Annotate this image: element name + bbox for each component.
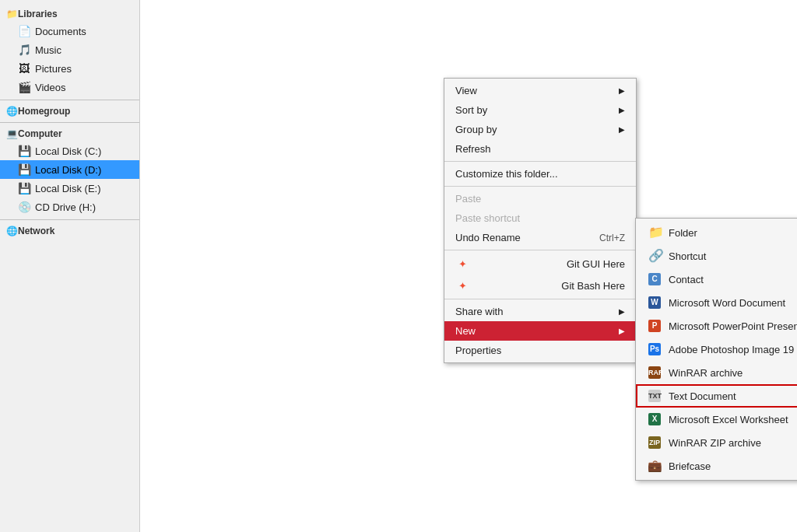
submenu-item-excel[interactable]: X Microsoft Excel Worksheet: [636, 408, 797, 431]
submenu-item-briefcase[interactable]: 💼 Briefcase: [636, 454, 797, 478]
menu-item-view[interactable]: View ▶: [444, 81, 636, 100]
folder-icon: 📁: [647, 225, 662, 240]
sidebar-item-disk-e[interactable]: 💾 Local Disk (E:): [0, 179, 139, 198]
menu-item-git-gui[interactable]: ✦ Git GUI Here: [444, 253, 636, 275]
context-menu: View ▶ Sort by ▶ Group by ▶ Refresh Cust…: [444, 78, 637, 363]
git-gui-icon: ✦: [455, 257, 469, 271]
sidebar-item-videos[interactable]: 🎬 Videos: [0, 78, 139, 96]
separator-2: [444, 186, 636, 187]
separator-1: [444, 161, 636, 162]
git-bash-icon: ✦: [455, 278, 469, 292]
zip-icon: ZIP: [647, 435, 662, 450]
menu-item-new[interactable]: New ▶: [444, 321, 636, 341]
excel-icon: X: [647, 411, 662, 427]
undo-shortcut: Ctrl+Z: [599, 233, 625, 243]
cd-icon: 💿: [17, 200, 31, 214]
homegroup-icon: 🌐: [6, 106, 18, 117]
disk-e-icon: 💾: [17, 181, 31, 195]
videos-icon: 🎬: [17, 80, 31, 94]
documents-icon: 📄: [17, 24, 31, 38]
separator-3: [444, 250, 636, 250]
menu-item-sort-by[interactable]: Sort by ▶: [444, 100, 636, 120]
submenu-item-ppt[interactable]: P Microsoft PowerPoint Presentation: [636, 314, 797, 338]
disk-c-icon: 💾: [17, 144, 31, 158]
sidebar-section-libraries: 📁 Libraries 📄 Documents 🎵 Music 🖼 Pictur…: [0, 6, 139, 96]
submenu-item-txt[interactable]: TXT Text Document: [636, 384, 797, 408]
menu-item-paste-shortcut: Paste shortcut: [444, 208, 636, 228]
menu-item-refresh[interactable]: Refresh: [444, 139, 636, 159]
arrow-icon-sort: ▶: [619, 106, 625, 114]
sidebar-item-pictures[interactable]: 🖼 Pictures: [0, 59, 139, 78]
sidebar-item-music[interactable]: 🎵 Music: [0, 40, 139, 59]
sidebar-item-disk-c[interactable]: 💾 Local Disk (C:): [0, 142, 139, 160]
libraries-icon: 📁: [6, 9, 18, 19]
submenu-item-contact[interactable]: C Contact: [636, 268, 797, 291]
briefcase-icon: 💼: [647, 458, 662, 474]
sidebar-header-libraries[interactable]: 📁 Libraries: [0, 6, 139, 22]
menu-item-git-bash[interactable]: ✦ Git Bash Here: [444, 275, 636, 296]
menu-item-properties[interactable]: Properties: [444, 341, 636, 360]
photoshop-icon: Ps: [647, 341, 662, 357]
arrow-icon-new: ▶: [619, 327, 625, 335]
pictures-icon: 🖼: [17, 61, 31, 75]
submenu-new: 📁 Folder 🔗 Shortcut C Contact W Microsof…: [635, 218, 797, 481]
sidebar-section-computer: 💻 Computer 💾 Local Disk (C:) 💾 Local Dis…: [0, 126, 139, 216]
sidebar-header-homegroup[interactable]: 🌐 Homegroup: [0, 103, 139, 119]
menu-item-customize[interactable]: Customize this folder...: [444, 164, 636, 184]
arrow-icon-share: ▶: [619, 307, 625, 316]
submenu-item-photoshop[interactable]: Ps Adobe Photoshop Image 19: [636, 338, 797, 361]
computer-icon: 💻: [6, 128, 18, 139]
submenu-item-word[interactable]: W Microsoft Word Document: [636, 291, 797, 314]
sidebar-section-homegroup: 🌐 Homegroup: [0, 103, 139, 119]
main-area: View ▶ Sort by ▶ Group by ▶ Refresh Cust…: [140, 0, 797, 532]
sidebar-section-network: 🌐 Network: [0, 223, 139, 239]
rar-icon: RAR: [647, 365, 662, 380]
disk-d-icon: 💾: [17, 163, 31, 177]
contact-icon: C: [647, 271, 662, 287]
sidebar: 📁 Libraries 📄 Documents 🎵 Music 🖼 Pictur…: [0, 0, 140, 532]
music-icon: 🎵: [17, 43, 31, 57]
sidebar-item-disk-d[interactable]: 💾 Local Disk (D:): [0, 160, 139, 179]
submenu-item-shortcut[interactable]: 🔗 Shortcut: [636, 244, 797, 268]
ppt-icon: P: [647, 318, 662, 334]
submenu-item-folder[interactable]: 📁 Folder: [636, 221, 797, 244]
network-icon: 🌐: [6, 226, 18, 236]
menu-item-paste: Paste: [444, 189, 636, 208]
submenu-item-rar[interactable]: RAR WinRAR archive: [636, 361, 797, 384]
menu-item-share-with[interactable]: Share with ▶: [444, 302, 636, 321]
word-icon: W: [647, 295, 662, 310]
menu-item-undo-rename[interactable]: Undo Rename Ctrl+Z: [444, 228, 636, 247]
arrow-icon-group: ▶: [619, 125, 625, 134]
sidebar-header-computer[interactable]: 💻 Computer: [0, 126, 139, 142]
txt-icon: TXT: [647, 388, 662, 404]
menu-item-group-by[interactable]: Group by ▶: [444, 120, 636, 139]
shortcut-icon: 🔗: [647, 248, 662, 264]
sidebar-header-network[interactable]: 🌐 Network: [0, 223, 139, 239]
submenu-item-zip[interactable]: ZIP WinRAR ZIP archive: [636, 431, 797, 454]
separator-4: [444, 299, 636, 299]
sidebar-item-cd[interactable]: 💿 CD Drive (H:): [0, 198, 139, 216]
sidebar-item-documents[interactable]: 📄 Documents: [0, 22, 139, 40]
arrow-icon-view: ▶: [619, 86, 625, 95]
